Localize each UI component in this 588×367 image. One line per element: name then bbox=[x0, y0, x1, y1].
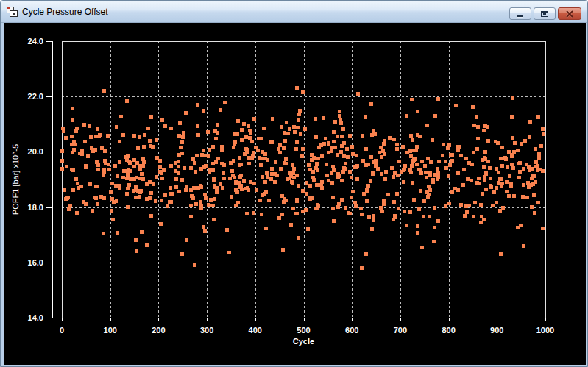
chart-window-icon bbox=[7, 6, 18, 18]
minimize-icon bbox=[516, 10, 525, 18]
x-tick-label: 600 bbox=[345, 326, 358, 335]
y-tick-label: 14.0 bbox=[28, 313, 43, 322]
maximize-button[interactable] bbox=[534, 7, 556, 20]
icon-front-window bbox=[10, 10, 18, 17]
y-tick-label: 16.0 bbox=[28, 258, 43, 267]
close-icon bbox=[565, 10, 574, 18]
x-tick-label: 800 bbox=[442, 326, 455, 335]
scatter-plot: 14.016.018.020.022.024.00100200300400500… bbox=[4, 23, 586, 365]
x-tick-label: 200 bbox=[152, 326, 165, 335]
titlebar[interactable]: Cycle Pressure Offset bbox=[1, 1, 587, 23]
y-axis-title: POFF1 [bar] x10^-5 bbox=[11, 144, 20, 215]
x-tick-label: 400 bbox=[249, 326, 262, 335]
plot-client-area: 14.016.018.020.022.024.00100200300400500… bbox=[4, 23, 586, 365]
icon-red-mark bbox=[7, 7, 10, 9]
y-tick-label: 24.0 bbox=[28, 37, 43, 46]
maximize-icon bbox=[540, 10, 549, 18]
scatter-points bbox=[60, 86, 545, 270]
y-tick-label: 22.0 bbox=[28, 92, 43, 101]
icon-dot bbox=[13, 13, 15, 15]
x-tick-label: 0 bbox=[60, 326, 64, 335]
x-tick-label: 500 bbox=[297, 326, 310, 335]
x-tick-label: 900 bbox=[490, 326, 503, 335]
app-window: Cycle Pressure Offset bbox=[0, 0, 588, 367]
x-tick-label: 300 bbox=[200, 326, 213, 335]
x-tick-label: 700 bbox=[394, 326, 407, 335]
x-tick-label: 1000 bbox=[536, 326, 554, 335]
window-title: Cycle Pressure Offset bbox=[22, 7, 107, 17]
x-tick-label: 100 bbox=[104, 326, 117, 335]
minimize-button[interactable] bbox=[509, 7, 531, 20]
y-tick-label: 20.0 bbox=[28, 147, 43, 156]
caption-buttons bbox=[509, 7, 581, 20]
close-button[interactable] bbox=[558, 7, 581, 20]
x-axis-title: Cycle bbox=[293, 337, 314, 346]
y-tick-label: 18.0 bbox=[28, 203, 43, 212]
